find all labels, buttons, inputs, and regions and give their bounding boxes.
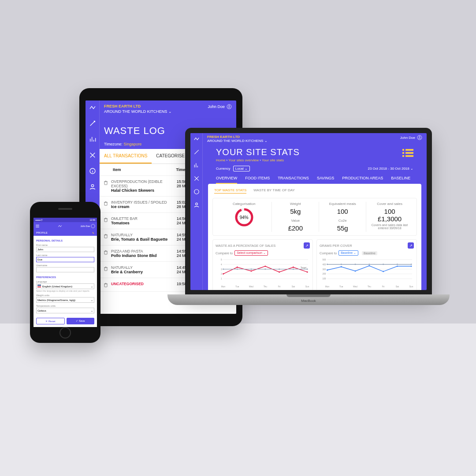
svg-point-61 [355,271,356,272]
phone-device: ●●●● ⚲12:06 John Doe PROFILE✎ PERSONAL D… [30,202,100,343]
tab-transactions[interactable]: TRANSACTIONS [278,173,309,184]
svg-text:Fri: Fri [278,286,281,288]
wand-icon[interactable] [89,120,96,127]
svg-text:Wed: Wed [353,286,357,288]
svg-point-40 [307,268,308,270]
compare-select[interactable]: Select comparison ⌄ [234,250,268,256]
svg-text:400: 400 [322,264,326,266]
svg-point-29 [251,271,252,272]
tab-production-areas[interactable]: PRODUCTION AREAS [342,173,383,184]
stat-categorisation-label: Categorisation [218,202,270,206]
reset-button[interactable]: ✕ Reset [36,318,65,324]
svg-point-65 [411,266,412,267]
svg-text:Mon: Mon [325,286,330,288]
svg-rect-6 [104,219,107,222]
page-title: YOUR SITE STATS [216,147,300,157]
kitchen-dropdown[interactable]: AROUND THE WORLD KITCHENS ⌄ [104,109,232,114]
svg-point-67 [341,264,342,265]
user-menu[interactable]: John Doe [400,135,422,140]
weight-units-select[interactable]: Metrics (Kilograms/Grams, kg/g)⌄ [36,297,94,303]
temp-units-select[interactable]: Celsius⌄ [36,308,94,313]
macbook-label: MacBook [301,299,316,303]
stats-panel: Categorisation 94% Weight 5kg Value £200 [212,198,417,236]
subtab-by-time[interactable]: WASTE BY TIME OF DAY [253,188,295,193]
date-range-picker[interactable]: 23 Oct 2018 - 30 Oct 2018 ⌄ [368,167,413,171]
svg-point-72 [411,264,412,265]
categorisation-donut: 94% [234,208,254,227]
svg-point-33 [307,271,308,273]
chart-info-icon[interactable]: ↗ [408,242,414,249]
chart-waste-pct-sales: WASTE AS A PERCENTAGE OF SALES ↗ Compare… [212,239,313,290]
svg-point-36 [251,268,252,270]
phone-statusbar: ●●●● ⚲12:06 [33,218,97,222]
svg-point-71 [397,264,398,265]
tab-savings[interactable]: SAVINGS [317,173,334,184]
svg-point-66 [327,264,328,265]
svg-text:200: 200 [322,273,326,275]
svg-point-62 [368,265,370,267]
svg-point-27 [223,273,224,275]
svg-text:Target: Target [301,267,307,269]
svg-point-31 [279,271,280,273]
svg-point-63 [383,271,384,272]
logo-icon [193,136,200,142]
svg-text:500: 500 [322,259,326,261]
svg-text:5: 5 [221,259,222,261]
section-personal-title: PERSONAL DETAILS [36,239,94,242]
svg-text:100: 100 [322,278,326,280]
tools-icon[interactable] [89,152,96,159]
breadcrumb[interactable]: Home › Your sites overview › Your site s… [216,158,300,162]
stat-weight: 5kg [274,208,317,215]
list-view-icon[interactable] [402,149,413,157]
svg-point-38 [279,268,280,270]
col-item[interactable]: Item [104,167,176,172]
svg-text:Mon: Mon [221,286,226,288]
svg-text:Thu: Thu [264,286,268,288]
svg-point-32 [293,267,294,268]
laptop-device: FRESH EARTH LTD AROUND THE WORLD KITCHEN… [167,128,450,305]
svg-text:Wed: Wed [249,286,253,288]
svg-text:Tue: Tue [235,286,239,288]
language-select[interactable]: English (United Kingdom)⌄ [36,283,94,289]
svg-point-70 [383,264,384,265]
svg-rect-9 [104,268,107,271]
compare-select[interactable]: Baseline ⌄ [338,250,358,256]
svg-point-1 [91,185,93,187]
tab-baseline[interactable]: BASELINE [391,173,410,184]
stat-meals: 100 [321,208,364,215]
user-icon[interactable] [89,183,96,190]
logo-icon [58,224,62,228]
wand-icon[interactable] [193,149,200,155]
chart-icon[interactable] [193,162,200,168]
tab-overview[interactable]: OVERVIEW [216,173,237,184]
tools-icon[interactable] [193,175,200,182]
svg-text:Fri: Fri [382,286,385,288]
chart-info-icon[interactable]: ↗ [304,242,310,249]
svg-text:Sun: Sun [305,286,309,288]
user-menu[interactable]: John Doe [208,104,232,109]
tab-food-items[interactable]: FOOD ITEMS [245,173,270,184]
svg-text:Thu: Thu [368,286,372,288]
svg-rect-5 [104,202,107,205]
svg-rect-4 [104,182,107,185]
user-icon[interactable] [193,202,200,208]
menu-icon[interactable] [35,224,40,228]
info-icon[interactable] [89,167,96,175]
info-icon[interactable] [193,189,200,195]
svg-text:300: 300 [322,268,326,271]
svg-text:1: 1 [221,278,222,280]
chart-grams-per-cover: GRAMS PER COVER ↗ Compare to Baseline ⌄ … [316,239,417,290]
svg-rect-8 [104,251,107,254]
user-menu[interactable]: John Doe [81,224,95,228]
save-button[interactable]: ✓ Save [67,318,94,324]
svg-point-69 [368,264,370,265]
last-name-field[interactable] [36,257,94,262]
first-name-field[interactable] [36,247,94,252]
subtab-top-waste[interactable]: TOP WASTE STATS [214,188,246,193]
username-field[interactable] [36,267,94,272]
kitchen-dropdown[interactable]: AROUND THE WORLD KITCHENS ⌄ [207,139,268,143]
chart-icon[interactable] [89,136,96,143]
currency-selector[interactable]: Currency Local ⌄ [216,167,250,171]
svg-point-11 [194,190,199,194]
tab-all-transactions[interactable]: ALL TRANSACTIONS [100,149,152,164]
